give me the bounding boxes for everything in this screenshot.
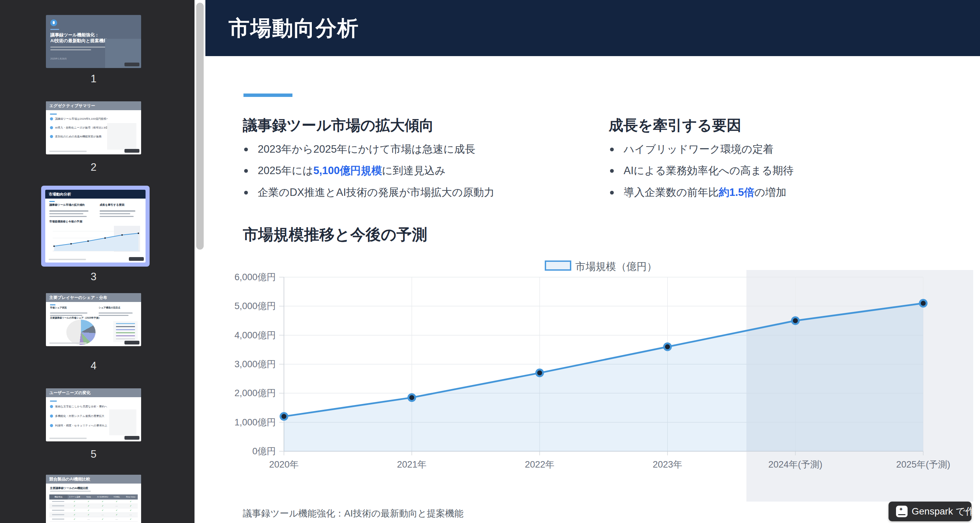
thumb3-header: 市場動向分析 bbox=[45, 190, 146, 199]
svg-text:2020年: 2020年 bbox=[269, 459, 299, 470]
slide-thumbnail-4[interactable]: 主要プレイヤーのシェア・分布 市場シェア状況 シェア構造の注目点 主要議事録ツー… bbox=[46, 293, 141, 346]
slide-thumbnail-1[interactable]: 議事録ツール機能強化： AI技術の最新動向と提案機能 2025年1月26日 bbox=[46, 15, 141, 68]
mini-line-chart bbox=[49, 225, 142, 254]
thumbnail-4-number: 4 bbox=[46, 360, 141, 372]
genspark-mini-badge bbox=[124, 149, 139, 153]
svg-text:0億円: 0億円 bbox=[252, 446, 276, 456]
bullet-icon bbox=[50, 117, 53, 120]
slide-thumbnail-2[interactable]: エグゼクティブサマリー 議事録ツール市場は2025年5,100億円規模へ成長 A… bbox=[46, 101, 141, 154]
svg-text:1,000億円: 1,000億円 bbox=[234, 417, 276, 428]
svg-text:3,000億円: 3,000億円 bbox=[234, 359, 276, 369]
svg-text:2023年: 2023年 bbox=[652, 459, 682, 470]
genspark-badge-label: Genspark で作成 bbox=[912, 502, 980, 521]
svg-text:2,000億円: 2,000億円 bbox=[234, 388, 276, 398]
svg-text:5,000億円: 5,000億円 bbox=[234, 301, 276, 311]
genspark-badge[interactable]: Genspark で作成 bbox=[889, 502, 972, 521]
mic-icon bbox=[50, 19, 57, 26]
thumb1-date: 2025年1月26日 bbox=[50, 57, 67, 60]
slide-thumbnail-6[interactable]: 競合製品のAI機能比較 主要議事録ツールのAI機能比較 機能/製品スマート議事N… bbox=[46, 475, 141, 523]
thumb2-header: エグゼクティブサマリー bbox=[46, 101, 141, 110]
bullet-icon bbox=[50, 405, 53, 408]
thumb4-header: 主要プレイヤーのシェア・分布 bbox=[46, 293, 141, 302]
thumbnail-1-number: 1 bbox=[46, 73, 141, 85]
bullet-icon bbox=[50, 126, 53, 129]
svg-text:4,000億円: 4,000億円 bbox=[234, 330, 276, 340]
bullet-icon bbox=[50, 415, 53, 418]
svg-text:2024年(予測): 2024年(予測) bbox=[768, 459, 822, 470]
svg-text:2021年: 2021年 bbox=[397, 459, 426, 470]
mini-comparison-table: 機能/製品スマート議事NottaAI GIJIROKUYOMELRimo Voi… bbox=[49, 494, 138, 521]
thumb1-title-line2: AI技術の最新動向と提案機能 bbox=[50, 38, 108, 43]
genspark-mini-badge bbox=[129, 257, 144, 261]
sidebar-scrollbar-thumb[interactable] bbox=[196, 3, 204, 250]
thumbnail-3-number: 3 bbox=[46, 271, 141, 283]
sidebar-scrollbar-track[interactable] bbox=[194, 0, 205, 523]
bullet-icon bbox=[50, 135, 53, 138]
svg-text:2025年(予測): 2025年(予測) bbox=[896, 459, 950, 470]
genspark-mini-badge bbox=[124, 436, 139, 440]
svg-text:6,000億円: 6,000億円 bbox=[234, 272, 276, 282]
slide-thumbnail-3-selected[interactable]: 市場動向分析 議事録ツール市場の拡大傾向 成長を牽引する要因 市場規模推移と今後… bbox=[41, 186, 150, 267]
genspark-mini-badge bbox=[124, 62, 139, 66]
mini-pie-chart bbox=[66, 320, 95, 345]
genspark-mini-badge bbox=[124, 341, 139, 345]
slide-footer-text: 議事録ツール機能強化：AI技術の最新動向と提案機能 bbox=[243, 507, 463, 520]
thumb6-header: 競合製品のAI機能比較 bbox=[46, 475, 141, 483]
thumb1-title-line1: 議事録ツール機能強化： bbox=[50, 32, 108, 38]
genspark-sparkle-icon bbox=[896, 506, 908, 517]
slide-canvas: 市場動向分析 議事録ツール市場の拡大傾向 2023年から2025年にかけて市場は… bbox=[205, 0, 980, 523]
slide-thumbnail-panel: 議事録ツール機能強化： AI技術の最新動向と提案機能 2025年1月26日 1 … bbox=[0, 0, 194, 523]
thumbnail-2-number: 2 bbox=[46, 161, 141, 173]
thumbnail-5-number: 5 bbox=[46, 448, 141, 461]
market-size-line-chart: 0億円1,000億円2,000億円3,000億円4,000億円5,000億円6,… bbox=[205, 0, 980, 523]
slide-thumbnail-5[interactable]: ユーザーニーズの変化 単純な文字起こしから高度な分析・要約へ 多機能化・外部シス… bbox=[46, 388, 141, 441]
bullet-icon bbox=[50, 424, 53, 427]
thumb5-header: ユーザーニーズの変化 bbox=[46, 388, 141, 397]
mini-pie-legend bbox=[113, 321, 138, 342]
svg-text:2022年: 2022年 bbox=[525, 459, 554, 470]
